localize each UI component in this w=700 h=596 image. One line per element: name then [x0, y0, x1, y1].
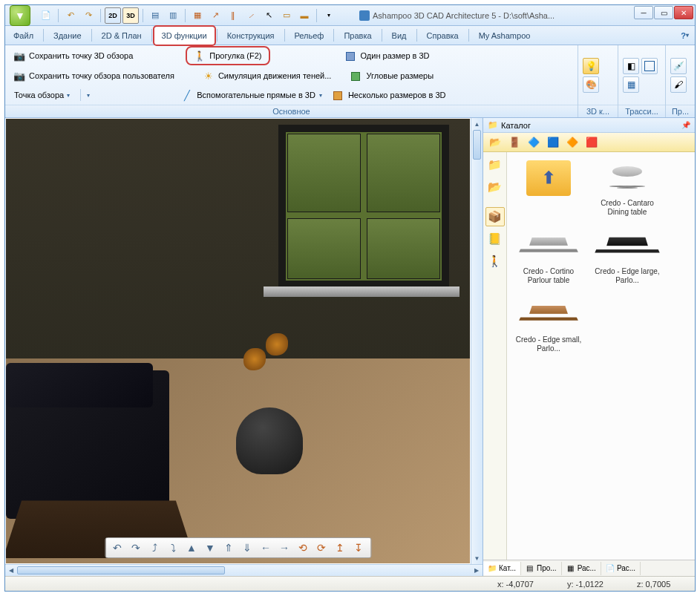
maximize-button[interactable]: ▭: [654, 6, 673, 19]
qat-redo-icon[interactable]: ↷: [80, 7, 97, 24]
cat-side-box-icon[interactable]: 📦: [485, 207, 505, 226]
trace-box-button[interactable]: ◧: [623, 58, 639, 74]
qat-grid-icon[interactable]: ▦: [189, 7, 206, 24]
cat-door-icon[interactable]: 🚪: [506, 134, 523, 151]
viewport-vertical-scrollbar[interactable]: ▲ ▼: [471, 118, 483, 564]
up-arrow-icon: [526, 160, 571, 196]
qat-new-icon[interactable]: 📄: [38, 7, 54, 24]
light-bulb-button[interactable]: 💡: [583, 58, 599, 74]
nav-up-icon[interactable]: ▲: [183, 540, 200, 556]
qat-2d-button[interactable]: 2D: [105, 7, 121, 24]
qat-catalog-icon[interactable]: ▭: [278, 7, 295, 24]
nav-down-icon[interactable]: ▼: [201, 540, 219, 556]
section-dropdown-icon[interactable]: ▾: [87, 92, 90, 99]
nav-rotate-right-icon[interactable]: ↷: [127, 540, 145, 556]
qat-snap-icon[interactable]: ↗: [207, 7, 223, 24]
shadow-simulation-button[interactable]: ☀ Симуляция движения теней...: [199, 68, 336, 83]
catalog-tab[interactable]: 📄Рас...: [601, 562, 641, 575]
cat-side-book-icon[interactable]: 📒: [485, 229, 505, 249]
nav-pan-right-icon[interactable]: ⟳: [313, 540, 330, 556]
catalog-item[interactable]: Credo - Edge small, Parlo...: [511, 293, 586, 357]
qat-dropdown-icon[interactable]: ▾: [321, 7, 337, 24]
folder-icon: 📁: [488, 564, 497, 573]
tab-relief[interactable]: Рельеф: [287, 26, 333, 45]
catalog-item[interactable]: Credo - Cortino Parlour table: [511, 225, 586, 289]
tab-help[interactable]: Справка: [419, 26, 467, 45]
tab-view[interactable]: Вид: [384, 26, 415, 45]
scroll-left-icon[interactable]: ◀: [5, 565, 17, 576]
catalog-item[interactable]: Credo - Edge large, Parlo...: [590, 225, 664, 289]
nav-pan-left-icon[interactable]: ⟲: [294, 540, 312, 556]
catalog-item[interactable]: Credo - Cantaro Dining table: [590, 157, 664, 220]
walk-mode-button[interactable]: 🚶 Прогулка (F2): [187, 48, 268, 64]
catalog-toolbar: 📂 🚪 🔷 🟦 🔶 🟥: [483, 133, 695, 152]
tab-construction[interactable]: Конструкция: [219, 26, 283, 45]
scroll-thumb[interactable]: [473, 130, 481, 160]
help-icon[interactable]: ? ▾: [681, 26, 689, 45]
status-z: z: 0,7005: [637, 580, 689, 589]
cat-material-icon[interactable]: 🔶: [563, 134, 581, 151]
brush-button[interactable]: 🖌: [670, 76, 687, 93]
angle-dimensions-button[interactable]: Угловые размеры: [347, 68, 437, 83]
multi-dimensions-3d-button[interactable]: Несколько размеров в 3D: [329, 88, 450, 102]
cat-side-open-icon[interactable]: 📂: [485, 177, 505, 197]
tab-3d-functions[interactable]: 3D функции: [154, 26, 215, 45]
nav-right-icon[interactable]: →: [275, 540, 293, 556]
tab-file[interactable]: Файл: [5, 26, 42, 45]
scroll-thumb[interactable]: [17, 566, 225, 574]
catalog-tab[interactable]: ▦Рас...: [562, 562, 601, 575]
qat-layers-icon[interactable]: ▬: [296, 7, 313, 24]
walk-icon: 🚶: [194, 50, 206, 62]
viewpoint-dropdown[interactable]: Точка обзора ▾: [10, 90, 74, 100]
pin-icon[interactable]: 📌: [681, 121, 690, 129]
nav-forward-icon[interactable]: ⇑: [220, 540, 238, 556]
viewport-horizontal-scrollbar[interactable]: ◀ ▶: [5, 564, 483, 576]
one-dimension-3d-button[interactable]: Один размер в 3D: [341, 48, 434, 63]
ribbon-group-label-pr: Пр...: [666, 105, 695, 117]
qat-split-h-icon[interactable]: ▤: [147, 7, 163, 24]
tab-building[interactable]: Здание: [45, 26, 90, 45]
lines-icon: ╱: [181, 89, 193, 101]
tab-edit[interactable]: Правка: [336, 26, 379, 45]
qat-angle-icon[interactable]: ⟋: [243, 7, 259, 24]
scroll-up-icon[interactable]: ▲: [471, 118, 483, 130]
cat-symbol-icon[interactable]: 🟥: [583, 134, 601, 151]
nav-rotate-left-icon[interactable]: ↶: [108, 540, 126, 556]
close-button[interactable]: ✕: [674, 6, 693, 19]
nav-raise-icon[interactable]: ↥: [331, 540, 349, 556]
catalog-up-folder[interactable]: [511, 157, 586, 220]
palette-button[interactable]: 🎨: [583, 76, 599, 93]
cat-texture-icon[interactable]: 🟦: [544, 134, 562, 151]
helper-lines-3d-button[interactable]: ╱ Вспомогательные прямые в 3D ▾: [177, 88, 326, 102]
3d-viewport[interactable]: ↶ ↷ ⤴ ⤵ ▲ ▼ ⇑ ⇓ ← → ⟲ ⟳ ↥ ↧: [5, 118, 471, 564]
qat-cursor-icon[interactable]: ↖: [261, 7, 277, 24]
app-menu-button[interactable]: ▼: [10, 5, 30, 26]
cat-3d-icon[interactable]: 🔷: [525, 134, 543, 151]
cat-folder-icon[interactable]: 📂: [486, 134, 504, 151]
ribbon-group-label-main: Основное: [5, 105, 578, 117]
qat-3d-button[interactable]: 3D: [122, 7, 139, 24]
nav-lower-icon[interactable]: ↧: [350, 540, 367, 556]
scroll-right-icon[interactable]: ▶: [471, 565, 483, 576]
scroll-down-icon[interactable]: ▼: [471, 552, 483, 564]
status-y: y: -1,0122: [567, 580, 619, 589]
save-user-viewpoint-button[interactable]: 📷 Сохранить точку обзора пользователя: [10, 68, 178, 83]
cat-side-person-icon[interactable]: 🚶: [485, 252, 505, 271]
qat-guides-icon[interactable]: ‖: [225, 7, 241, 24]
trace-grid-button[interactable]: ▦: [623, 76, 639, 93]
nav-tilt-up-icon[interactable]: ⤴: [145, 540, 163, 556]
catalog-tab[interactable]: 📁Кат...: [483, 562, 521, 575]
minimize-button[interactable]: ─: [634, 6, 653, 19]
nav-back-icon[interactable]: ⇓: [238, 540, 256, 556]
qat-split-v-icon[interactable]: ▥: [165, 7, 181, 24]
tab-2d-plan[interactable]: 2D & План: [94, 26, 150, 45]
tab-my-ashampoo[interactable]: My Ashampoo: [471, 26, 539, 45]
eyedropper-button[interactable]: 💉: [670, 58, 687, 74]
trace-square-button[interactable]: [641, 58, 658, 74]
save-3d-viewpoint-button[interactable]: 📷 Сохранить точку 3D обзора: [10, 48, 137, 63]
qat-undo-icon[interactable]: ↶: [62, 7, 79, 24]
catalog-tab[interactable]: ▤Про...: [521, 562, 562, 575]
cat-side-folder-icon[interactable]: 📁: [485, 155, 505, 174]
nav-tilt-down-icon[interactable]: ⤵: [164, 540, 182, 556]
nav-left-icon[interactable]: ←: [257, 540, 275, 556]
